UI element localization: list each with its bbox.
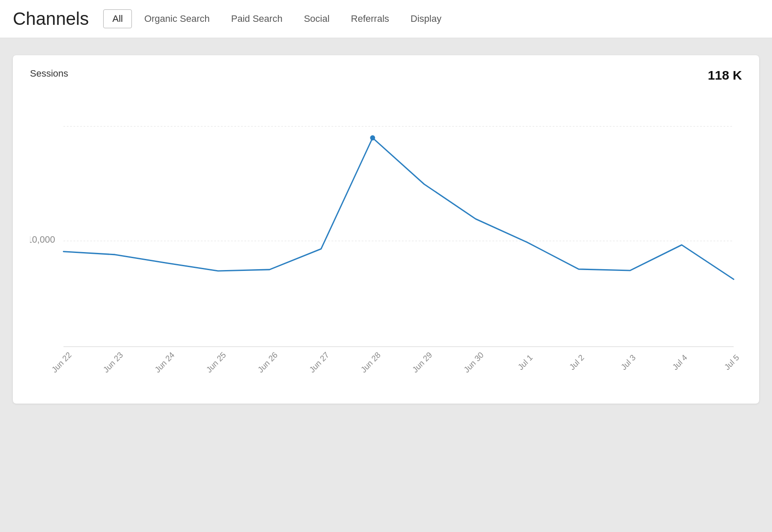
sessions-chart: 10,000 Jun 22 Jun 23 Jun 24 Jun 25 Jun 2… (30, 91, 742, 391)
x-label-11: Jul 3 (619, 353, 637, 372)
x-label-8: Jun 30 (462, 350, 485, 374)
x-label-13: Jul 5 (723, 353, 741, 372)
chart-card: Sessions 118 K 10,000 Jun 22 Jun 23 Jun … (13, 55, 759, 404)
tab-display[interactable]: Display (402, 9, 450, 28)
line-chart (63, 138, 733, 279)
x-label-5: Jun 27 (307, 350, 331, 374)
tab-all[interactable]: All (103, 9, 131, 28)
x-label-3: Jun 25 (205, 350, 228, 374)
y-axis-label: 10,000 (30, 234, 55, 245)
x-label-10: Jul 2 (568, 353, 586, 372)
page-header: Channels All Organic Search Paid Search … (0, 0, 772, 38)
tab-paid-search[interactable]: Paid Search (222, 9, 292, 28)
main-content: Sessions 118 K 10,000 Jun 22 Jun 23 Jun … (0, 38, 772, 421)
x-label-2: Jun 24 (153, 350, 176, 374)
x-label-0: Jun 22 (50, 350, 73, 374)
x-label-1: Jun 23 (101, 350, 125, 374)
chart-value: 118 K (708, 68, 742, 83)
x-label-9: Jul 1 (516, 353, 534, 372)
chart-header: Sessions 118 K (30, 68, 742, 83)
filter-tabs: All Organic Search Paid Search Social Re… (103, 9, 450, 28)
tab-organic-search[interactable]: Organic Search (135, 9, 219, 28)
tab-social[interactable]: Social (295, 9, 339, 28)
page-title: Channels (13, 9, 89, 29)
x-label-7: Jun 29 (411, 350, 434, 374)
tab-referrals[interactable]: Referrals (342, 9, 398, 28)
x-label-6: Jun 28 (359, 350, 382, 374)
x-label-4: Jun 26 (256, 350, 279, 374)
chart-area: 10,000 Jun 22 Jun 23 Jun 24 Jun 25 Jun 2… (30, 91, 742, 391)
x-label-12: Jul 4 (671, 353, 689, 372)
peak-dot (370, 135, 375, 140)
chart-label: Sessions (30, 68, 68, 79)
